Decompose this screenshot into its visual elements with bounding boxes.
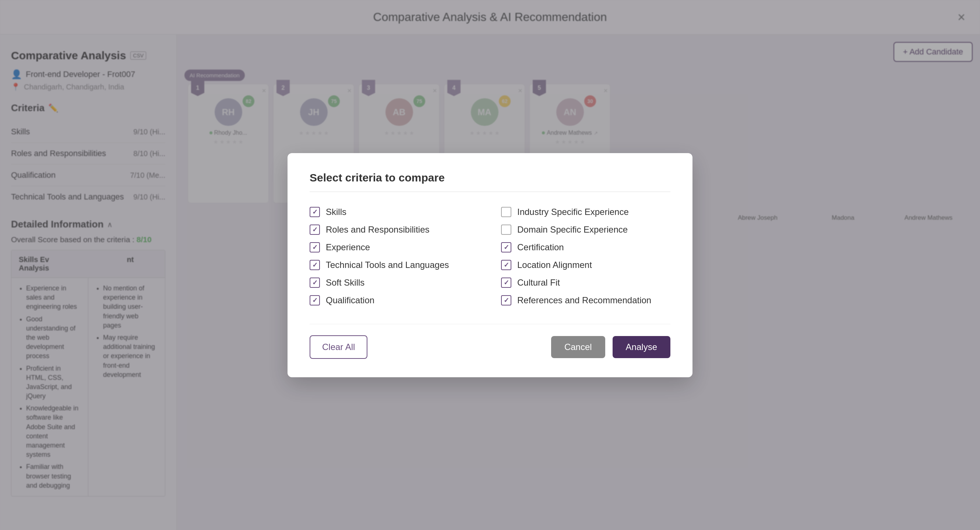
select-criteria-modal: Select criteria to compare Skills Roles … <box>288 153 692 377</box>
criteria-label-skills: Skills <box>326 207 347 217</box>
modal-title: Select criteria to compare <box>310 172 670 192</box>
criteria-grid: Skills Roles and Responsibilities Experi… <box>310 203 670 309</box>
criteria-item-certification[interactable]: Certification <box>501 239 670 256</box>
checkbox-domain[interactable] <box>501 224 511 235</box>
criteria-item-cultural[interactable]: Cultural Fit <box>501 274 670 291</box>
criteria-item-location[interactable]: Location Alignment <box>501 256 670 274</box>
criteria-label-domain: Domain Specific Experience <box>517 224 628 235</box>
criteria-item-experience[interactable]: Experience <box>310 239 479 256</box>
criteria-label-references: References and Recommendation <box>517 295 651 306</box>
criteria-label-cultural: Cultural Fit <box>517 277 560 288</box>
modal-divider <box>310 324 670 324</box>
checkbox-references[interactable] <box>501 295 511 306</box>
criteria-item-industry[interactable]: Industry Specific Experience <box>501 203 670 221</box>
checkbox-certification[interactable] <box>501 242 511 253</box>
criteria-label-tools: Technical Tools and Languages <box>326 260 449 270</box>
analyse-button[interactable]: Analyse <box>612 336 670 358</box>
cancel-button[interactable]: Cancel <box>551 336 605 358</box>
criteria-label-industry: Industry Specific Experience <box>517 207 629 217</box>
checkbox-soft-skills[interactable] <box>310 277 320 288</box>
modal-actions: Clear All Cancel Analyse <box>310 335 670 359</box>
checkbox-qualification[interactable] <box>310 295 320 306</box>
criteria-item-soft-skills[interactable]: Soft Skills <box>310 274 479 291</box>
checkbox-skills[interactable] <box>310 207 320 217</box>
modal-overlay: Select criteria to compare Skills Roles … <box>0 0 980 530</box>
criteria-label-qualification: Qualification <box>326 295 374 306</box>
checkbox-cultural[interactable] <box>501 277 511 288</box>
criteria-item-tools[interactable]: Technical Tools and Languages <box>310 256 479 274</box>
checkbox-roles[interactable] <box>310 224 320 235</box>
criteria-item-domain[interactable]: Domain Specific Experience <box>501 221 670 239</box>
criteria-item-qualification[interactable]: Qualification <box>310 291 479 309</box>
criteria-item-skills[interactable]: Skills <box>310 203 479 221</box>
checkbox-tools[interactable] <box>310 260 320 270</box>
checkbox-location[interactable] <box>501 260 511 270</box>
criteria-label-certification: Certification <box>517 242 564 253</box>
criteria-column-left: Skills Roles and Responsibilities Experi… <box>310 203 479 309</box>
checkbox-experience[interactable] <box>310 242 320 253</box>
clear-all-button[interactable]: Clear All <box>310 335 368 359</box>
criteria-label-soft-skills: Soft Skills <box>326 277 364 288</box>
criteria-label-experience: Experience <box>326 242 370 253</box>
criteria-label-roles: Roles and Responsibilities <box>326 224 429 235</box>
criteria-label-location: Location Alignment <box>517 260 592 270</box>
criteria-column-right: Industry Specific Experience Domain Spec… <box>501 203 670 309</box>
criteria-item-references[interactable]: References and Recommendation <box>501 291 670 309</box>
checkbox-industry[interactable] <box>501 207 511 217</box>
criteria-item-roles[interactable]: Roles and Responsibilities <box>310 221 479 239</box>
